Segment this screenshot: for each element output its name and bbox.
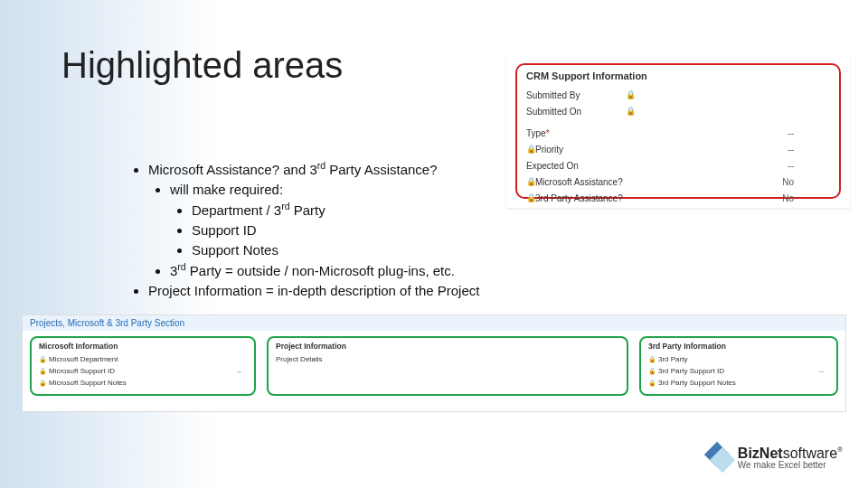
col-row: 🔒3rd Party xyxy=(648,353,829,365)
bullet-text: Project Information = in-depth descripti… xyxy=(148,283,479,298)
lock-icon: 🔒 xyxy=(648,356,656,363)
crm-label: 3rd Party Assistance? xyxy=(535,193,635,203)
crm-value: No xyxy=(782,177,794,187)
col-row: 🔒Microsoft Department xyxy=(39,353,247,365)
crm-row-submitted-by: Submitted By 🔒 xyxy=(526,87,830,103)
crm-panel: CRM Support Information Submitted By 🔒 S… xyxy=(506,54,850,208)
logo-mark-icon xyxy=(707,445,732,470)
bullet-text: Party = outside / non-Microsoft plug-ins… xyxy=(186,263,455,278)
col-row: 🔒3rd Party Support Notes xyxy=(648,377,829,389)
col-value: -- xyxy=(819,367,824,375)
crm-row-priority: 🔒 Priority -- xyxy=(526,141,830,157)
section-panel: Projects, Microsoft & 3rd Party Section … xyxy=(22,314,846,412)
list-item: Microsoft Assistance? and 3rd Party Assi… xyxy=(148,159,479,280)
bullet-text: Department / 3 xyxy=(192,202,281,218)
crm-label: Submitted By xyxy=(526,90,626,100)
crm-value: -- xyxy=(788,145,794,155)
crm-row-submitted-on: Submitted On 🔒 xyxy=(526,103,830,119)
bullet-text: Microsoft Assistance? and 3 xyxy=(148,162,317,177)
lock-icon: 🔒 xyxy=(39,380,46,387)
lock-icon: 🔒 xyxy=(626,107,635,116)
crm-row-ms-assist: 🔒 Microsoft Assistance? No xyxy=(526,174,830,190)
list-item: Support ID xyxy=(192,221,479,239)
logo-brand-b: Net xyxy=(760,446,783,461)
col-project-info: Project Information Project Details xyxy=(267,336,628,396)
list-item: 3rd Party = outside / non-Microsoft plug… xyxy=(170,260,479,280)
lock-icon: 🔒 xyxy=(526,193,535,202)
col-label: Microsoft Department xyxy=(49,355,241,363)
col-label: Microsoft Support Notes xyxy=(49,379,241,387)
bullet-text: Party Assistance? xyxy=(326,162,437,177)
crm-label-text: Type xyxy=(526,128,546,138)
col-label: 3rd Party Support Notes xyxy=(658,379,824,387)
lock-icon: 🔒 xyxy=(626,90,635,99)
col-label: 3rd Party xyxy=(658,355,824,363)
crm-row-expected-on: Expected On -- xyxy=(526,157,830,174)
logo: BizNetsoftware® We make Excel better xyxy=(707,445,843,470)
crm-label: Priority xyxy=(535,145,635,155)
col-row: 🔒Microsoft Support Notes xyxy=(39,377,247,389)
col-row: Project Details xyxy=(276,353,619,365)
col-label: Project Details xyxy=(276,355,614,363)
list-item: Support Notes xyxy=(192,240,479,259)
list-item: Project Information = in-depth descripti… xyxy=(148,281,479,300)
col-row: 🔒Microsoft Support ID-- xyxy=(39,365,247,377)
bullet-text: Support Notes xyxy=(192,242,278,258)
page-title: Highlighted areas xyxy=(61,45,343,86)
logo-brand-a: Biz xyxy=(738,446,760,461)
logo-text: BizNetsoftware® We make Excel better xyxy=(738,446,843,470)
lock-icon: 🔒 xyxy=(526,177,535,186)
col-title: Microsoft Information xyxy=(39,342,247,351)
col-third-party-info: 3rd Party Information 🔒3rd Party 🔒3rd Pa… xyxy=(639,336,838,396)
bullet-text: will make required: xyxy=(170,182,283,197)
list-item: will make required: Department / 3rd Par… xyxy=(170,180,479,259)
col-microsoft-info: Microsoft Information 🔒Microsoft Departm… xyxy=(30,336,256,396)
col-title: 3rd Party Information xyxy=(648,342,829,351)
col-label: 3rd Party Support ID xyxy=(658,367,819,375)
section-header: Projects, Microsoft & 3rd Party Section xyxy=(23,315,845,331)
col-label: Microsoft Support ID xyxy=(49,367,237,375)
lock-icon: 🔒 xyxy=(648,380,656,387)
section-columns: Microsoft Information 🔒Microsoft Departm… xyxy=(23,331,845,403)
crm-value: -- xyxy=(788,161,794,171)
crm-value: No xyxy=(782,193,794,203)
lock-icon: 🔒 xyxy=(39,368,46,375)
col-value: -- xyxy=(237,367,241,375)
ordinal-sup: rd xyxy=(177,261,185,272)
logo-line1: BizNetsoftware® xyxy=(738,446,843,462)
crm-value: -- xyxy=(788,128,794,138)
crm-label: Submitted On xyxy=(526,107,626,117)
bullet-text: Party xyxy=(290,202,326,218)
ordinal-sup: rd xyxy=(281,201,289,211)
required-asterisk: * xyxy=(546,128,550,138)
crm-row-type: Type* -- xyxy=(526,125,830,141)
crm-row-third-assist: 🔒 3rd Party Assistance? No xyxy=(526,190,830,206)
crm-title: CRM Support Information xyxy=(526,70,830,81)
logo-brand-c: software xyxy=(783,446,837,461)
registered-icon: ® xyxy=(837,446,843,454)
crm-label: Microsoft Assistance? xyxy=(535,177,635,187)
lock-icon: 🔒 xyxy=(526,145,535,154)
bullet-list: Microsoft Assistance? and 3rd Party Assi… xyxy=(127,158,479,301)
crm-highlight-box: CRM Support Information Submitted By 🔒 S… xyxy=(515,63,841,199)
crm-label: Type* xyxy=(526,128,626,138)
ordinal-sup: rd xyxy=(317,160,326,171)
bullet-text: Support ID xyxy=(192,222,257,238)
col-row: 🔒3rd Party Support ID-- xyxy=(648,365,829,377)
lock-icon: 🔒 xyxy=(39,356,46,363)
crm-label: Expected On xyxy=(526,161,626,171)
list-item: Department / 3rd Party xyxy=(192,200,479,220)
lock-icon: 🔒 xyxy=(648,368,656,375)
col-title: Project Information xyxy=(276,342,619,351)
